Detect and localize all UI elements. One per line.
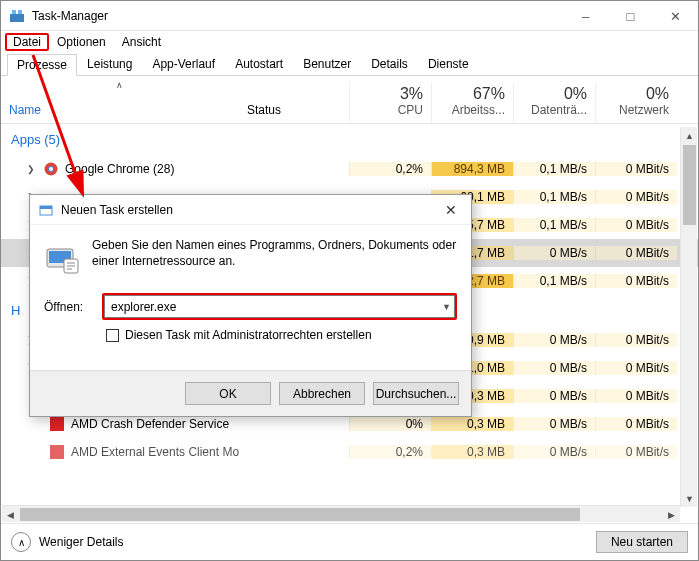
fewer-details-label: Weniger Details: [39, 535, 123, 549]
scroll-right-icon[interactable]: ▶: [663, 506, 680, 523]
menu-file[interactable]: Datei: [5, 33, 49, 51]
group-apps[interactable]: Apps (5): [1, 124, 698, 155]
tab-app-history[interactable]: App-Verlauf: [142, 53, 225, 75]
cell-disk: 0,1 MB/s: [513, 162, 595, 176]
table-row[interactable]: ❯Google Chrome (28) 0,2% 894,3 MB 0,1 MB…: [1, 155, 698, 183]
admin-checkbox-label: Diesen Task mit Administratorrechten ers…: [125, 328, 372, 342]
process-name: AMD External Events Client Mo...: [71, 445, 239, 459]
svg-rect-0: [10, 14, 24, 22]
chevron-up-icon: ∧: [11, 532, 31, 552]
menu-bar: Datei Optionen Ansicht: [1, 31, 698, 53]
scrollbar-thumb[interactable]: [20, 508, 580, 521]
menu-view[interactable]: Ansicht: [114, 33, 169, 51]
open-label: Öffnen:: [44, 300, 92, 314]
tab-services[interactable]: Dienste: [418, 53, 479, 75]
svg-rect-1: [12, 10, 16, 14]
cell-memory: 894,3 MB: [431, 162, 513, 176]
process-name: Google Chrome (28): [65, 162, 174, 176]
column-memory[interactable]: 67%Arbeitss...: [431, 83, 513, 123]
vertical-scrollbar[interactable]: ▲ ▼: [680, 127, 697, 507]
scrollbar-thumb[interactable]: [683, 145, 696, 225]
cell-cpu: 0,2%: [349, 162, 431, 176]
menu-options[interactable]: Optionen: [49, 33, 114, 51]
tab-strip: Prozesse Leistung App-Verlauf Autostart …: [1, 53, 698, 76]
horizontal-scrollbar[interactable]: ◀ ▶: [2, 505, 680, 522]
tab-startup[interactable]: Autostart: [225, 53, 293, 75]
tab-processes[interactable]: Prozesse: [7, 54, 77, 76]
fewer-details-toggle[interactable]: ∧ Weniger Details: [11, 532, 123, 552]
tab-performance[interactable]: Leistung: [77, 53, 142, 75]
amd-icon: [49, 416, 65, 432]
table-row[interactable]: AMD External Events Client Mo... 0,2% 0,…: [1, 438, 698, 466]
dialog-title-bar[interactable]: Neuen Task erstellen ✕: [30, 195, 471, 225]
svg-rect-9: [50, 445, 64, 459]
title-bar: Task-Manager – □ ✕: [1, 1, 698, 31]
column-status[interactable]: Status: [239, 99, 349, 123]
open-combobox[interactable]: ▼: [102, 293, 457, 320]
dialog-close-button[interactable]: ✕: [431, 195, 471, 225]
browse-button[interactable]: Durchsuchen...: [373, 382, 459, 405]
run-prompt-icon: [44, 241, 80, 277]
open-input[interactable]: [104, 295, 455, 318]
svg-rect-11: [40, 206, 52, 209]
svg-point-5: [49, 167, 53, 171]
column-disk[interactable]: 0%Datenträ...: [513, 83, 595, 123]
task-manager-icon: [9, 8, 25, 24]
expand-icon[interactable]: ❯: [27, 164, 37, 174]
tab-details[interactable]: Details: [361, 53, 418, 75]
minimize-button[interactable]: –: [563, 1, 608, 31]
run-dialog: Neuen Task erstellen ✕ Geben Sie den Nam…: [29, 194, 472, 417]
column-name[interactable]: Name: [1, 99, 239, 123]
window-title: Task-Manager: [32, 9, 108, 23]
process-name: AMD Crash Defender Service: [71, 417, 229, 431]
ok-button[interactable]: OK: [185, 382, 271, 405]
scroll-left-icon[interactable]: ◀: [2, 506, 19, 523]
dialog-prompt: Geben Sie den Namen eines Programms, Ord…: [92, 237, 457, 277]
close-button[interactable]: ✕: [653, 1, 698, 31]
dialog-title: Neuen Task erstellen: [61, 203, 173, 217]
scroll-down-icon[interactable]: ▼: [681, 490, 698, 507]
admin-checkbox[interactable]: [106, 329, 119, 342]
column-network[interactable]: 0%Netzwerk: [595, 83, 677, 123]
footer-bar: ∧ Weniger Details Neu starten: [1, 523, 698, 560]
column-cpu[interactable]: 3%CPU: [349, 83, 431, 123]
run-dialog-icon: [38, 202, 54, 218]
chrome-icon: [43, 161, 59, 177]
cancel-button[interactable]: Abbrechen: [279, 382, 365, 405]
tab-users[interactable]: Benutzer: [293, 53, 361, 75]
column-headers: Name Status 3%CPU 67%Arbeitss... 0%Daten…: [1, 76, 698, 124]
restart-button[interactable]: Neu starten: [596, 531, 688, 553]
scroll-up-icon[interactable]: ▲: [681, 127, 698, 144]
cell-net: 0 MBit/s: [595, 162, 677, 176]
amd-icon: [49, 444, 65, 460]
svg-rect-2: [18, 10, 22, 14]
maximize-button[interactable]: □: [608, 1, 653, 31]
sort-indicator-icon: ∧: [116, 80, 123, 90]
svg-rect-8: [50, 417, 64, 431]
